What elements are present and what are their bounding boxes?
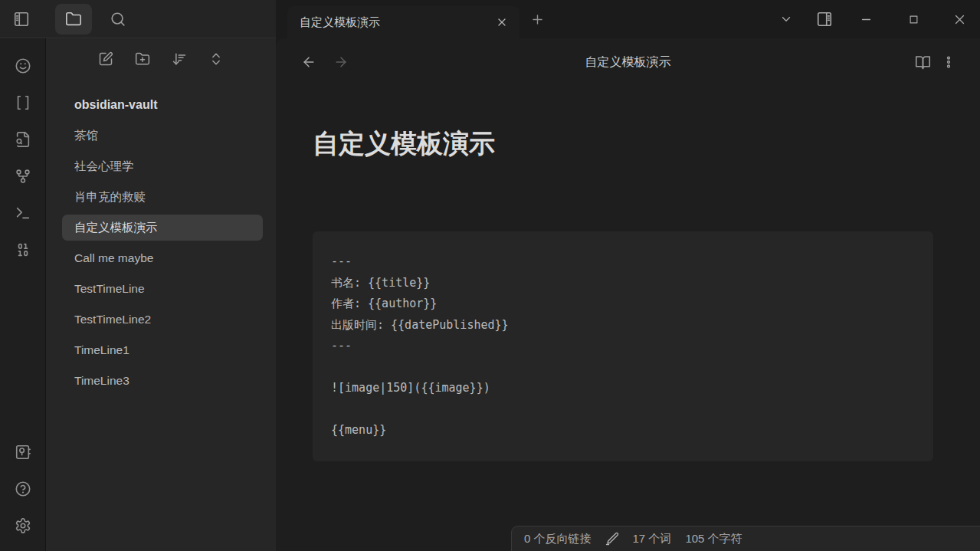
view-header-title: 自定义模板演示: [276, 54, 980, 71]
view-header: 自定义模板演示: [276, 38, 980, 86]
new-tab-button[interactable]: [524, 6, 550, 32]
more-options-icon[interactable]: [936, 49, 962, 75]
collapse-all-icon[interactable]: [203, 46, 229, 72]
file-explorer: obsidian-vault 茶馆 社会心理学 肖申克的救赎 自定义模板演示 C…: [46, 38, 276, 551]
tab-bar: 自定义模板演示: [276, 0, 980, 38]
tab-active[interactable]: 自定义模板演示: [287, 6, 519, 38]
window-minimize-button[interactable]: [844, 0, 888, 38]
vault-title[interactable]: obsidian-vault: [62, 92, 263, 118]
folder-icon: [65, 11, 82, 28]
file-item[interactable]: 社会心理学: [62, 153, 263, 179]
plus-icon: [530, 12, 545, 27]
file-search-icon[interactable]: [5, 121, 41, 158]
code-line: 作者: {{author}}: [331, 294, 915, 315]
file-item[interactable]: 茶馆: [62, 123, 263, 149]
code-line: {{menu}}: [331, 420, 915, 441]
tab-list-chevron-down-icon[interactable]: [767, 0, 805, 38]
help-icon[interactable]: [5, 471, 41, 507]
code-line: 书名: {{title}}: [331, 273, 915, 294]
window-maximize-button[interactable]: [888, 0, 939, 38]
git-fork-icon[interactable]: [5, 158, 41, 195]
file-tree: obsidian-vault 茶馆 社会心理学 肖申克的救赎 自定义模板演示 C…: [46, 80, 276, 394]
vault-switcher-icon[interactable]: [5, 434, 41, 471]
edit-mode-pencil-icon[interactable]: [605, 532, 619, 546]
navigate-back-icon[interactable]: [297, 51, 320, 74]
code-line: [331, 357, 915, 379]
code-line: ---: [331, 336, 915, 357]
tab-title: 自定义模板演示: [300, 15, 492, 30]
tab-close-icon[interactable]: [492, 12, 512, 32]
character-count: 105 个字符: [685, 532, 742, 546]
toggle-right-sidebar-icon[interactable]: [805, 0, 844, 38]
code-line: ![image|150]({{image}}): [331, 378, 915, 399]
note-view: 自定义模板演示 自定义模板演示 --- 书名: {{title}} 作者: {{…: [276, 38, 980, 551]
editor[interactable]: 自定义模板演示 --- 书名: {{title}} 作者: {{author}}…: [276, 86, 980, 461]
smiley-icon[interactable]: [5, 48, 41, 84]
file-item[interactable]: TimeLine3: [62, 368, 263, 394]
settings-gear-icon[interactable]: [5, 507, 41, 544]
search-tab-icon[interactable]: [109, 10, 127, 28]
file-item[interactable]: TimeLine1: [62, 337, 263, 363]
code-line: 出版时间: {{datePublished}}: [331, 315, 915, 336]
binary-icon[interactable]: [5, 231, 41, 268]
code-line: [331, 399, 915, 421]
brackets-icon[interactable]: [5, 84, 41, 121]
new-folder-icon[interactable]: [129, 46, 156, 72]
explorer-toolbar: [46, 38, 276, 80]
code-line: ---: [331, 251, 915, 273]
left-ribbon: [0, 38, 46, 551]
file-item[interactable]: TestTimeLine2: [62, 307, 263, 333]
sidebar-header: [0, 0, 276, 38]
word-count: 17 个词: [633, 532, 672, 546]
new-note-icon[interactable]: [93, 46, 119, 72]
navigate-forward-icon[interactable]: [329, 51, 352, 74]
file-item[interactable]: 肖申克的救赎: [62, 184, 263, 210]
reading-mode-book-icon[interactable]: [910, 49, 936, 75]
file-item-selected[interactable]: 自定义模板演示: [62, 215, 263, 241]
files-tab-button[interactable]: [55, 4, 92, 34]
file-item[interactable]: Call me maybe: [62, 245, 263, 271]
sort-order-icon[interactable]: [166, 46, 192, 72]
inline-title[interactable]: 自定义模板演示: [313, 126, 933, 160]
backlinks-count[interactable]: 0 个反向链接: [524, 532, 592, 546]
toggle-left-sidebar-icon[interactable]: [12, 10, 31, 28]
file-item[interactable]: TestTimeLine: [62, 276, 263, 302]
code-block[interactable]: --- 书名: {{title}} 作者: {{author}} 出版时间: {…: [313, 231, 933, 461]
status-bar: 0 个反向链接 17 个词 105 个字符: [511, 526, 980, 551]
window-close-button[interactable]: [939, 0, 980, 38]
terminal-icon[interactable]: [5, 195, 41, 231]
